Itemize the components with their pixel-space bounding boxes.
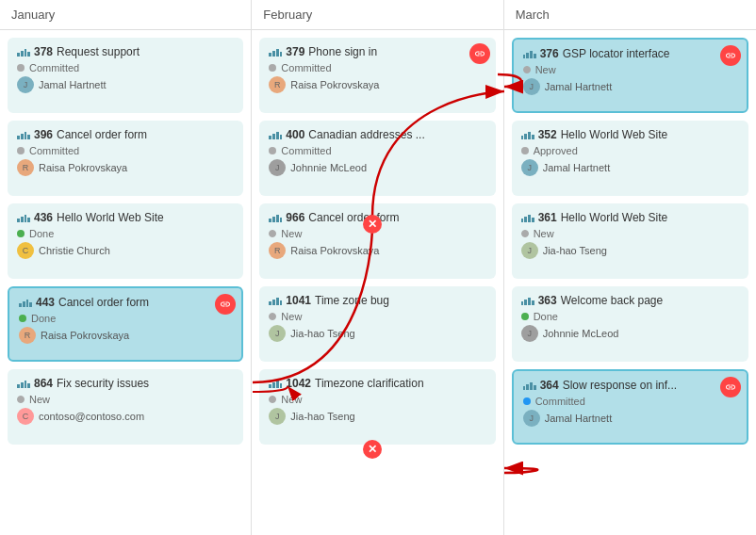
avatar: J [17,76,34,93]
status-dot [17,396,25,403]
card-376[interactable]: 376GSP locator interfaceNewJJamal Hartne… [512,38,748,113]
bar-chart-icon [17,379,30,388]
status-dot [521,230,529,237]
card-title: Welcome back page [561,294,664,307]
bar-chart-icon [269,213,282,222]
user-name: Jia-hao Tseng [290,411,354,422]
status-text: Done [31,313,56,324]
link-badge[interactable] [720,377,741,397]
card-status: Done [17,228,234,239]
card-400[interactable]: 400Canadian addresses ...CommittedJJohnn… [259,121,495,196]
status-dot [269,396,276,403]
column-january: January378Request supportCommittedJJamal… [0,0,252,535]
status-dot [269,313,276,320]
card-user: JJia-hao Tseng [521,242,739,259]
user-name: Raisa Pokrovskaya [41,330,129,341]
status-dot [19,315,26,322]
card-363[interactable]: 363Welcome back pageDoneJJohnnie McLeod [512,286,748,362]
status-text: New [29,394,50,405]
avatar: R [269,76,286,93]
card-436[interactable]: 436Hello World Web SiteDoneCChristie Chu… [8,203,243,279]
card-1041[interactable]: 1041Time zone bugNewJJia-hao Tseng [259,286,495,362]
avatar: J [521,159,538,176]
card-status: New [17,394,234,405]
link-badge[interactable] [720,45,741,66]
card-title-row-379: 379Phone sign in [269,45,485,58]
card-title-row-1041: 1041Time zone bug [269,294,485,307]
card-status: Committed [269,62,485,73]
status-dot [269,64,276,72]
card-user: JJohnnie McLeod [269,159,485,176]
link-badge[interactable] [215,294,236,315]
card-id: 864 [34,377,53,390]
status-text: Committed [535,396,585,407]
user-name: Johnnie McLeod [543,328,619,339]
card-id: 379 [286,45,304,58]
card-title-row-1042: 1042Timezone clarification [269,377,485,390]
status-dot [269,147,276,154]
card-352[interactable]: 352Hello World Web SiteApprovedJJamal Ha… [512,121,748,196]
avatar: C [17,242,34,259]
card-id: 352 [538,128,557,141]
bar-chart-icon [17,213,30,222]
bar-chart-icon [521,130,534,139]
status-dot [17,147,25,154]
bar-chart-icon [19,298,32,307]
card-1042[interactable]: 1042Timezone clarificationNewJJia-hao Ts… [259,369,495,445]
card-title: Cancel order form [58,296,149,309]
card-title-row-363: 363Welcome back page [521,294,739,307]
bar-chart-icon [523,49,536,58]
card-status: New [269,394,485,405]
card-id: 363 [538,294,557,307]
card-id: 361 [538,211,557,224]
card-title: Time zone bug [315,294,389,307]
card-title-row-396: 396Cancel order form [17,128,234,141]
link-badge[interactable] [469,43,490,64]
status-text: New [281,394,302,405]
card-id: 436 [34,211,53,224]
card-379[interactable]: 379Phone sign inCommittedRRaisa Pokrovsk… [259,38,495,113]
cards-area-march: 376GSP locator interfaceNewJJamal Hartne… [504,30,756,535]
cross-badge-2[interactable]: ✕ [363,440,382,459]
avatar: C [17,408,34,425]
card-id: 364 [540,379,559,392]
status-dot [523,66,531,73]
avatar: R [17,159,34,176]
card-user: JJamal Hartnett [521,159,739,176]
user-name: Johnnie McLeod [290,162,367,173]
avatar: J [521,325,538,342]
card-id: 443 [36,296,55,309]
card-status: Committed [17,62,234,73]
card-user: RRaisa Pokrovskaya [269,76,485,93]
card-status: New [523,64,737,75]
status-text: Committed [29,145,79,156]
card-443[interactable]: 443Cancel order formDoneRRaisa Pokrovska… [8,286,243,362]
status-dot [17,230,25,237]
card-364[interactable]: 364Slow response on inf...CommittedJJama… [512,369,748,445]
card-title: Hello World Web Site [561,128,668,141]
user-name: Jamal Hartnett [545,413,613,424]
card-361[interactable]: 361Hello World Web SiteNewJJia-hao Tseng [512,203,748,279]
card-status: Approved [521,145,739,156]
status-text: New [281,311,302,322]
card-864[interactable]: 864Fix security issuesNewCcontoso@contos… [8,369,243,445]
avatar: J [523,410,540,427]
cards-area-january: 378Request supportCommittedJJamal Hartne… [0,30,251,535]
card-title: Canadian addresses ... [308,128,424,141]
card-title: Cancel order form [57,128,147,141]
card-966[interactable]: 966Cancel order formNewRRaisa Pokrovskay… [259,203,495,279]
card-title: Slow response on inf... [563,379,677,392]
card-title-row-376: 376GSP locator interface [523,47,737,60]
card-378[interactable]: 378Request supportCommittedJJamal Hartne… [8,38,243,113]
cross-badge-1[interactable]: ✕ [363,215,382,234]
avatar: J [521,242,538,259]
card-title: Hello World Web Site [561,211,668,224]
bar-chart-icon [269,130,282,139]
user-name: Jia-hao Tseng [290,328,354,339]
bar-chart-icon [269,296,282,305]
status-dot [523,397,531,405]
card-title-row-378: 378Request support [17,45,234,58]
card-user: RRaisa Pokrovskaya [19,327,232,344]
status-dot [269,230,276,237]
card-396[interactable]: 396Cancel order formCommittedRRaisa Pokr… [8,121,243,196]
